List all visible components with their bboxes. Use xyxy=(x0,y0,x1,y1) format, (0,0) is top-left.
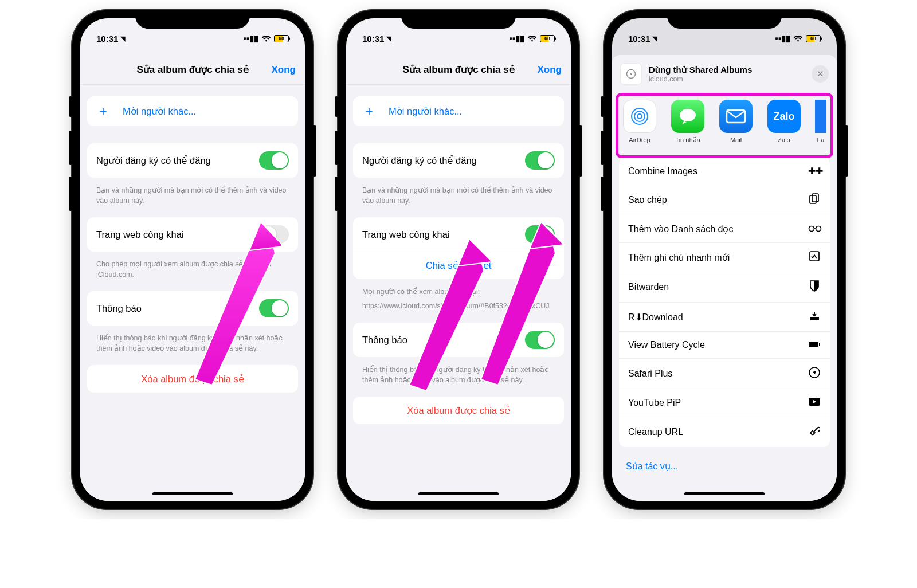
screen-2: 10:31 ◥ ▪▪▮▮ 60 Sửa album được chia sẻ X… xyxy=(346,18,571,501)
share-thumbnail xyxy=(620,63,642,85)
subscribers-hint: Bạn và những người mà bạn mời có thể thê… xyxy=(353,182,564,217)
notifications-toggle[interactable] xyxy=(525,331,555,349)
close-button[interactable]: ✕ xyxy=(812,65,829,83)
screen-3: 10:31 ◥ ▪▪▮▮ 60 Dùng thử Shared Albums i… xyxy=(612,18,837,501)
done-button[interactable]: Xong xyxy=(538,64,562,76)
cellular-icon: ▪▪▮▮ xyxy=(243,33,258,44)
done-button[interactable]: Xong xyxy=(272,64,296,76)
notifications-row: Thông báo xyxy=(87,291,298,326)
share-link-button[interactable]: Chia sẻ liên kết xyxy=(353,252,564,279)
public-website-toggle[interactable] xyxy=(259,225,289,244)
svg-point-7 xyxy=(637,114,642,119)
invite-card: ＋ Mời người khác... xyxy=(87,96,298,126)
modal-header: Sửa album được chia sẻ Xong xyxy=(80,55,305,85)
invite-row[interactable]: ＋ Mời người khác... xyxy=(87,96,298,126)
public-url: https://www.icloud.com/sharedalbum/#B0f5… xyxy=(353,301,564,323)
action-reading-list[interactable]: Thêm vào Danh sách đọc xyxy=(619,215,830,242)
subscribers-post-toggle[interactable] xyxy=(259,151,289,170)
facebook-icon xyxy=(815,100,826,133)
action-rdownload[interactable]: R⬇Download xyxy=(619,302,830,331)
modal-title: Sửa album được chia sẻ xyxy=(136,64,248,76)
status-bar: 10:31 ◥ ▪▪▮▮ 60 xyxy=(346,18,571,46)
action-battery-cycle[interactable]: View Battery Cycle xyxy=(619,331,830,358)
share-app-mail[interactable]: Mail xyxy=(719,100,753,144)
home-indicator[interactable] xyxy=(152,492,233,495)
subscribers-post-row: Người đăng ký có thể đăng xyxy=(87,143,298,178)
subscribers-post-row: Người đăng ký có thể đăng xyxy=(353,143,564,178)
zalo-icon: Zalo xyxy=(767,100,801,133)
delete-album-button[interactable]: Xóa album được chia sẻ xyxy=(87,365,298,393)
subscribers-post-label: Người đăng ký có thể đăng xyxy=(362,155,477,166)
notifications-row: Thông báo xyxy=(353,323,564,357)
action-combine-images[interactable]: Combine Images ✚✚ xyxy=(619,158,830,185)
status-bar: 10:31 ◥ ▪▪▮▮ 60 xyxy=(612,18,837,46)
public-website-toggle[interactable] xyxy=(525,225,555,244)
action-youtube-pip[interactable]: YouTube PiP xyxy=(619,389,830,417)
invite-label: Mời người khác... xyxy=(389,106,462,117)
action-quick-note[interactable]: Thêm ghi chú nhanh mới xyxy=(619,242,830,272)
svg-rect-19 xyxy=(819,343,820,346)
status-bar: 10:31 ◥ ▪▪▮▮ 60 xyxy=(80,18,305,46)
wifi-icon xyxy=(261,35,271,42)
plus-icon: ＋ xyxy=(96,104,110,118)
subscribers-post-label: Người đăng ký có thể đăng xyxy=(96,155,211,166)
home-indicator[interactable] xyxy=(418,492,499,495)
compass-icon xyxy=(808,367,821,381)
edit-actions-button[interactable]: Sửa tác vụ... xyxy=(612,453,837,480)
cellular-icon: ▪▪▮▮ xyxy=(775,33,790,44)
location-icon: ◥ xyxy=(120,35,125,42)
messages-icon xyxy=(671,100,704,133)
notifications-label: Thông báo xyxy=(96,303,142,314)
notifications-toggle[interactable] xyxy=(259,299,289,317)
note-icon xyxy=(808,251,821,264)
location-icon: ◥ xyxy=(386,35,391,42)
share-app-facebook[interactable]: Fa xyxy=(815,100,826,144)
glasses-icon xyxy=(808,224,821,234)
battery-icon: 60 xyxy=(540,35,555,42)
share-app-airdrop[interactable]: AirDrop xyxy=(622,100,657,144)
modal-header: Sửa album được chia sẻ Xong xyxy=(346,55,571,85)
share-app-messages[interactable]: Tin nhắn xyxy=(671,100,705,144)
home-indicator[interactable] xyxy=(684,492,765,495)
svg-rect-13 xyxy=(812,194,818,202)
battery-icon: 60 xyxy=(274,35,289,42)
svg-rect-16 xyxy=(810,252,819,261)
delete-album-button[interactable]: Xóa album được chia sẻ xyxy=(353,397,564,424)
phone-2: 10:31 ◥ ▪▪▮▮ 60 Sửa album được chia sẻ X… xyxy=(338,10,579,509)
svg-point-10 xyxy=(680,109,696,121)
share-actions-card: Combine Images ✚✚ Sao chép Thêm vào Danh… xyxy=(619,158,830,447)
share-title: Dùng thử Shared Albums xyxy=(649,65,805,75)
puzzle-icon: ✚✚ xyxy=(808,166,821,177)
copy-icon xyxy=(808,193,821,207)
status-time: 10:31 xyxy=(362,34,384,44)
subscribers-post-toggle[interactable] xyxy=(525,151,555,170)
svg-point-14 xyxy=(809,226,814,231)
invite-row[interactable]: ＋ Mời người khác... xyxy=(353,96,564,126)
compass-icon xyxy=(626,69,636,79)
notifications-label: Thông báo xyxy=(362,335,407,346)
svg-rect-18 xyxy=(809,342,818,347)
svg-rect-12 xyxy=(810,195,816,203)
public-website-label: Trang web công khai xyxy=(362,229,450,240)
notifications-hint: Hiển thị thông báo khi người đăng ký thí… xyxy=(353,362,564,397)
battery-icon: 60 xyxy=(806,35,821,42)
share-app-zalo[interactable]: Zalo Zalo xyxy=(767,100,801,144)
public-website-row: Trang web công khai xyxy=(353,217,564,252)
public-website-row: Trang web công khai xyxy=(87,217,298,252)
action-copy[interactable]: Sao chép xyxy=(619,185,830,215)
edit-shared-album-modal: Sửa album được chia sẻ Xong ＋ Mời người … xyxy=(346,55,571,501)
status-time: 10:31 xyxy=(96,34,118,44)
subscribers-hint: Bạn và những người mà bạn mời có thể thê… xyxy=(87,182,298,217)
screen-1: 10:31 ◥ ▪▪▮▮ 60 Sửa album được chia sẻ X… xyxy=(80,18,305,501)
battery-icon xyxy=(808,340,821,350)
cellular-icon: ▪▪▮▮ xyxy=(509,33,524,44)
notifications-hint: Hiển thị thông báo khi người đăng ký thí… xyxy=(87,330,298,365)
phone-3: 10:31 ◥ ▪▪▮▮ 60 Dùng thử Shared Albums i… xyxy=(604,10,845,509)
action-safari-plus[interactable]: Safari Plus xyxy=(619,358,830,389)
action-cleanup-url[interactable]: Cleanup URL xyxy=(619,417,830,447)
svg-rect-17 xyxy=(810,317,819,320)
wifi-icon xyxy=(793,35,803,42)
edit-shared-album-modal: Sửa album được chia sẻ Xong ＋ Mời người … xyxy=(80,55,305,501)
action-bitwarden[interactable]: Bitwarden xyxy=(619,272,830,302)
invite-label: Mời người khác... xyxy=(123,106,196,117)
